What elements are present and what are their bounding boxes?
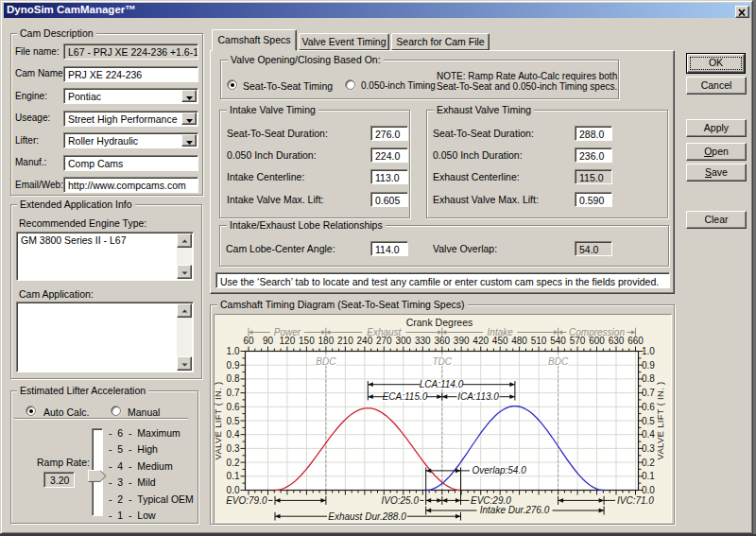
svg-text:VALVE LIFT ( IN. ): VALVE LIFT ( IN. )	[214, 381, 223, 459]
svg-text:0.4: 0.4	[227, 429, 240, 440]
svg-text:0.0: 0.0	[642, 485, 655, 495]
svg-text:VALVE LIFT ( IN. ): VALVE LIFT ( IN. )	[655, 381, 665, 459]
svg-text:Crank Degrees: Crank Degrees	[406, 317, 473, 328]
svg-text:EVC:29.0: EVC:29.0	[471, 495, 511, 506]
svg-text:0.6: 0.6	[642, 402, 655, 412]
svg-text:330: 330	[415, 336, 431, 346]
svg-text:ECA:115.0: ECA:115.0	[383, 391, 428, 402]
svg-text:0.4: 0.4	[642, 429, 655, 440]
svg-text:660: 660	[627, 336, 644, 346]
svg-text:1.0: 1.0	[642, 346, 655, 356]
svg-text:0.5: 0.5	[642, 416, 655, 426]
svg-text:0.7: 0.7	[227, 388, 240, 398]
svg-text:0.6: 0.6	[227, 402, 240, 412]
svg-text:Power: Power	[274, 327, 301, 337]
svg-text:0.9: 0.9	[642, 360, 655, 371]
svg-text:EVO:79.0: EVO:79.0	[226, 495, 267, 506]
svg-text:0.8: 0.8	[227, 373, 240, 384]
svg-text:ICA:113.0: ICA:113.0	[457, 391, 499, 402]
svg-text:0.2: 0.2	[642, 458, 655, 468]
svg-text:LCA:114.0: LCA:114.0	[420, 379, 464, 389]
svg-text:BDC: BDC	[548, 356, 569, 367]
svg-text:BDC: BDC	[316, 356, 336, 367]
svg-text:Exhaust Dur.288.0: Exhaust Dur.288.0	[328, 511, 406, 522]
svg-text:180: 180	[318, 336, 335, 346]
svg-text:0.5: 0.5	[227, 416, 240, 426]
svg-text:390: 390	[454, 336, 470, 346]
svg-text:IVO:25.0: IVO:25.0	[382, 495, 420, 506]
svg-text:0.7: 0.7	[642, 388, 655, 398]
svg-text:Overlap:54.0: Overlap:54.0	[472, 465, 527, 475]
svg-text:Exhaust: Exhaust	[367, 327, 402, 337]
svg-text:210: 210	[337, 336, 353, 346]
svg-text:0.9: 0.9	[227, 360, 240, 371]
svg-text:0.3: 0.3	[642, 443, 655, 454]
svg-text:0.2: 0.2	[227, 458, 240, 468]
svg-text:Intake: Intake	[488, 327, 514, 337]
svg-text:60: 60	[243, 336, 254, 346]
svg-text:IVC:71.0: IVC:71.0	[617, 495, 654, 506]
svg-text:TDC: TDC	[433, 356, 453, 367]
svg-text:0.1: 0.1	[642, 471, 655, 481]
svg-text:510: 510	[531, 336, 547, 346]
svg-text:360: 360	[434, 336, 450, 346]
svg-text:0.3: 0.3	[227, 443, 240, 454]
svg-text:1.0: 1.0	[227, 346, 240, 356]
svg-text:0.8: 0.8	[642, 373, 655, 384]
svg-text:0.0: 0.0	[227, 485, 240, 495]
svg-text:540: 540	[550, 336, 566, 346]
svg-text:Intake Dur.276.0: Intake Dur.276.0	[480, 505, 550, 515]
svg-text:150: 150	[299, 336, 315, 346]
svg-text:0.1: 0.1	[227, 471, 240, 481]
svg-text:90: 90	[263, 336, 274, 346]
svg-text:480: 480	[511, 336, 527, 346]
svg-text:Compression: Compression	[569, 327, 625, 337]
